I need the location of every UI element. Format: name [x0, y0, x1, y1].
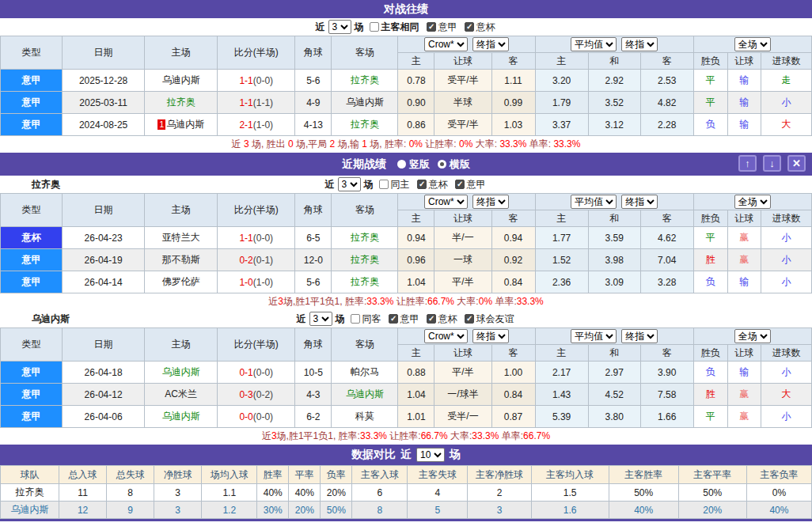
udinese-games-select[interactable]: 3 [309, 312, 332, 326]
league-cell: 意杯 [1, 227, 63, 249]
league-cell: 意甲 [1, 406, 63, 428]
col-hcap2: 让球 [727, 53, 761, 70]
summary-text: 近 [268, 296, 278, 307]
corner-cell: 4-13 [295, 114, 332, 136]
move-down-button[interactable]: ↓ [763, 155, 781, 172]
date-cell: 2024-08-25 [63, 114, 145, 136]
layout-radios: 竖版横版 [389, 157, 470, 172]
checkbox-意甲[interactable] [455, 180, 465, 189]
bookmaker-select[interactable]: Crow* [424, 195, 468, 209]
compare-section: 数据对比 近 10 场 球队总入球总失球净胜球场均入球胜率平率负率主客入球主客失… [0, 445, 812, 521]
avg-draw-cell: 3.12 [588, 114, 640, 136]
avg-select[interactable]: 平均值 [571, 37, 617, 51]
goals-result-cell: 大 [761, 384, 811, 406]
odds-stage-select[interactable]: 终指 [472, 195, 509, 209]
odds-away-cell: 0.94 [491, 227, 535, 249]
col-a: 客 [491, 53, 535, 70]
avg-away-cell: 4.62 [640, 227, 693, 249]
avg-stage-select[interactable]: 终指 [621, 37, 658, 51]
avg-away-cell: 2.28 [640, 114, 693, 136]
checkbox-意杯[interactable] [417, 180, 427, 189]
corner-cell: 5-6 [295, 70, 332, 92]
compare-games-select[interactable]: 10 [416, 448, 445, 462]
handicap-cell: 受平/半 [434, 70, 491, 92]
summary-text: 66.7% [427, 296, 454, 307]
column-header: 负率 [321, 466, 352, 484]
h2h-filter-checkboxes: 主客相同意甲意杯 [364, 21, 497, 34]
checkbox-球会友谊[interactable] [465, 314, 474, 324]
checkbox-意杯[interactable] [427, 314, 436, 324]
bookmaker-select[interactable]: Crow* [424, 37, 468, 51]
checkbox-意甲[interactable] [389, 314, 398, 324]
stat-cell: 12 [59, 502, 107, 519]
result-cell: 负 [693, 362, 727, 384]
scope-select[interactable]: 全场 [734, 37, 771, 51]
col-goals: 进球数 [761, 53, 811, 70]
radio-横版[interactable] [438, 160, 446, 168]
match-row: 意甲26-04-14佛罗伦萨1-0(1-0)5-6拉齐奥1.04平/半0.842… [1, 271, 812, 293]
stat-cell: 8 [107, 484, 154, 502]
close-button[interactable]: ✕ [787, 155, 806, 172]
odds-group: Crow* 终指 [398, 36, 535, 53]
scope-select[interactable]: 全场 [734, 195, 771, 209]
checkbox-意杯[interactable] [465, 22, 474, 32]
summary-text: 大率: [454, 296, 479, 307]
stat-cell: 20% [678, 502, 746, 519]
lazio-summary: 近3场,胜1平1负1, 胜率:33.3% 让胜率:66.7% 大率:0% 单率:… [0, 293, 812, 310]
summary-text: 近 [232, 138, 244, 150]
column-header: 主客入球 [352, 466, 408, 484]
date-cell: 26-04-14 [63, 271, 145, 293]
odds-away-cell: 0.84 [491, 271, 535, 293]
checkbox-label: 同主 [391, 179, 410, 190]
column-header: 总失球 [107, 466, 154, 484]
col-hcap: 让球 [434, 210, 491, 227]
summary-text: 33.3% [472, 430, 499, 441]
column-header: 主客负率 [746, 466, 811, 484]
odds-stage-select[interactable]: 终指 [472, 329, 509, 343]
udinese-filter-row: 乌迪内斯 近 3 场 同客意甲意杯球会友谊 [0, 310, 812, 327]
summary-text: 66.7% [523, 430, 550, 441]
move-up-button[interactable]: ↑ [738, 155, 757, 172]
score-cell: 0-2(0-1) [218, 249, 295, 271]
stat-cell: 6 [352, 484, 408, 502]
checkbox-主客相同[interactable] [370, 22, 379, 32]
radio-竖版[interactable] [397, 160, 406, 168]
avg-select[interactable]: 平均值 [571, 329, 617, 343]
handicap-result-cell: 赢 [727, 384, 761, 406]
odds-away-cell: 1.03 [491, 114, 535, 136]
scope-select[interactable]: 全场 [734, 329, 771, 343]
avg-stage-select[interactable]: 终指 [621, 195, 658, 209]
avg-draw-cell: 2.97 [588, 362, 640, 384]
goals-result-cell: 大 [761, 114, 811, 136]
avg-select[interactable]: 平均值 [571, 195, 617, 209]
h2h-games-select[interactable]: 3 [328, 20, 351, 34]
corner-cell: 10-5 [295, 362, 332, 384]
match-row: 意甲26-04-18乌迪内斯0-1(0-0)10-5帕尔马0.88平/半1.00… [1, 362, 812, 384]
checkbox-意甲[interactable] [427, 22, 436, 32]
summary-text: 33.3% [366, 296, 393, 307]
col-avg-a: 客 [640, 53, 693, 70]
score-cell: 2-1(1-0) [218, 114, 295, 136]
col-score: 比分(半场) [218, 328, 295, 362]
checkbox-label: 球会友谊 [476, 313, 514, 324]
match-analysis-page: 对战往绩 近 3 场 主客相同意甲意杯 类型 日期 主场 比分(半场) 角球 客… [0, 0, 812, 521]
avg-away-cell: 1.66 [640, 406, 693, 428]
score-cell: 0-0(0-0) [218, 406, 295, 428]
league-cell: 意甲 [1, 92, 63, 114]
summary-text: 0% [479, 296, 492, 307]
column-header: 主客胜率 [609, 466, 678, 484]
checkbox-同主[interactable] [379, 180, 389, 189]
avg-stage-select[interactable]: 终指 [621, 329, 658, 343]
col-avg-d: 和 [588, 53, 640, 70]
avg-draw-cell: 4.52 [588, 384, 640, 406]
handicap-cell: 一/球半 [434, 384, 491, 406]
lazio-games-select[interactable]: 3 [338, 177, 361, 191]
bookmaker-select[interactable]: Crow* [424, 329, 468, 343]
checkbox-同客[interactable] [351, 314, 360, 324]
odds-group: Crow* 终指 [398, 328, 535, 345]
avg-away-cell: 4.82 [640, 92, 693, 114]
lazio-team-label: 拉齐奥 [32, 178, 60, 191]
summary-text: 0% [459, 138, 472, 150]
odds-stage-select[interactable]: 终指 [472, 37, 509, 51]
checkbox-label: 意杯 [476, 21, 495, 32]
